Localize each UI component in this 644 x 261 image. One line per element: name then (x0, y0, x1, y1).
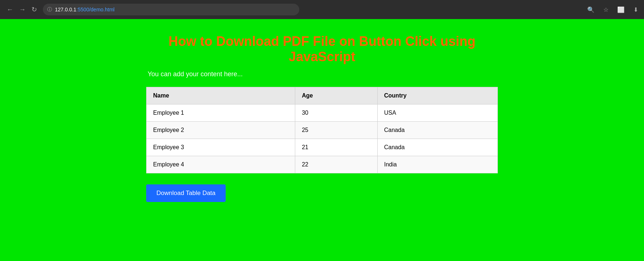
cell-age: 22 (295, 156, 377, 173)
nav-buttons: ← → ↻ (4, 5, 39, 14)
table-header-row: Name Age Country (147, 87, 498, 104)
forward-button[interactable]: → (17, 5, 28, 14)
info-icon: ⓘ (47, 6, 52, 13)
back-button[interactable]: ← (4, 5, 15, 14)
address-port-path: :5500/demo.html (76, 7, 114, 12)
table-row: Employee 321Canada (147, 139, 498, 156)
zoom-button[interactable]: 🔍 (586, 5, 596, 15)
download-table-button[interactable]: Download Table Data (146, 184, 226, 202)
cell-country: USA (377, 104, 498, 122)
table-body: Employee 130USAEmployee 225CanadaEmploye… (147, 104, 498, 173)
extensions-button[interactable]: ⬜ (616, 5, 626, 15)
cell-age: 30 (295, 104, 377, 122)
reload-button[interactable]: ↻ (29, 5, 39, 14)
cell-country: Canada (377, 122, 498, 139)
page-title: How to Download PDF File on Button Click… (146, 34, 498, 65)
table-row: Employee 422India (147, 156, 498, 173)
cell-name: Employee 2 (147, 122, 295, 139)
bookmark-button[interactable]: ☆ (602, 5, 610, 15)
cell-name: Employee 1 (147, 104, 295, 122)
cell-name: Employee 4 (147, 156, 295, 173)
address-text: 127.0.0.1:5500/demo.html (55, 7, 115, 12)
table-row: Employee 225Canada (147, 122, 498, 139)
col-header-country: Country (377, 87, 498, 104)
address-bar[interactable]: ⓘ 127.0.0.1:5500/demo.html (43, 4, 299, 15)
page-subtitle: You can add your content here... (146, 70, 498, 78)
col-header-age: Age (295, 87, 377, 104)
cell-country: India (377, 156, 498, 173)
browser-actions: 🔍 ☆ ⬜ ⬇ (586, 5, 640, 15)
cell-age: 25 (295, 122, 377, 139)
col-header-name: Name (147, 87, 295, 104)
data-table: Name Age Country Employee 130USAEmployee… (146, 87, 498, 173)
table-row: Employee 130USA (147, 104, 498, 122)
address-host: 127.0.0.1 (55, 7, 76, 12)
table-head: Name Age Country (147, 87, 498, 104)
page-content: How to Download PDF File on Button Click… (0, 19, 644, 261)
cell-age: 21 (295, 139, 377, 156)
download-browser-button[interactable]: ⬇ (632, 5, 640, 15)
browser-chrome: ← → ↻ ⓘ 127.0.0.1:5500/demo.html 🔍 ☆ ⬜ ⬇ (0, 0, 644, 19)
main-container: How to Download PDF File on Button Click… (146, 34, 498, 202)
cell-country: Canada (377, 139, 498, 156)
cell-name: Employee 3 (147, 139, 295, 156)
